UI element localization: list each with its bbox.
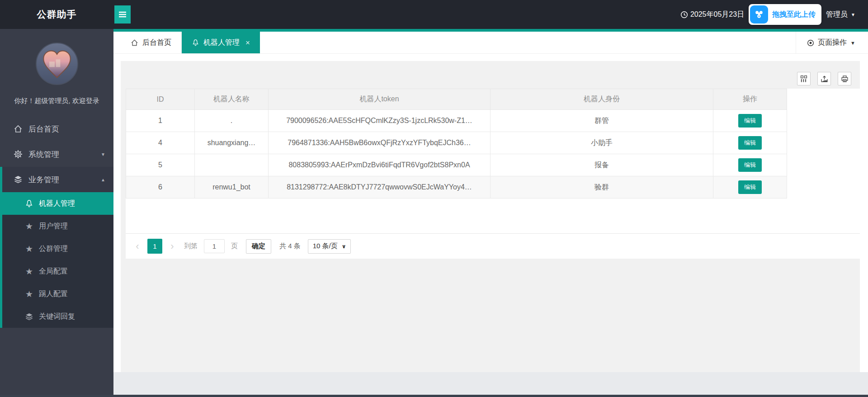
confirm-button[interactable]: 确定 bbox=[246, 239, 271, 254]
cell-name: renwu1_bot bbox=[195, 176, 269, 198]
sidebar-item-keyword-reply[interactable]: 关键词回复 bbox=[2, 305, 113, 328]
sidebar-item-label: 机器人管理 bbox=[39, 199, 75, 208]
cell-identity: 验群 bbox=[491, 176, 713, 198]
cell-id: 4 bbox=[126, 132, 195, 154]
column-header-identity: 机器人身份 bbox=[491, 89, 713, 110]
bell-icon bbox=[192, 39, 199, 47]
drag-upload-overlay[interactable]: 拖拽至此上传 bbox=[749, 4, 821, 25]
sidebar-item-label: 后台首页 bbox=[28, 124, 59, 134]
page-size-value: 10 条/页 bbox=[313, 242, 338, 250]
tab-home[interactable]: 后台首页 bbox=[121, 32, 182, 53]
user-menu[interactable]: 管理员 ▼ bbox=[826, 10, 855, 19]
page-actions-label: 页面操作 bbox=[818, 38, 847, 47]
hamburger-icon bbox=[118, 11, 127, 18]
star-icon: ★ bbox=[25, 289, 33, 299]
main-content: 后台首页 机器人管理 × 页面操作 ▼ bbox=[113, 29, 868, 395]
column-header-token: 机器人token bbox=[269, 89, 491, 110]
edit-button[interactable]: 编辑 bbox=[738, 114, 762, 128]
chevron-down-icon: ▼ bbox=[851, 12, 855, 17]
date-display: 2025年05月23日 bbox=[680, 10, 744, 19]
next-page-icon[interactable]: › bbox=[167, 241, 178, 251]
export-button[interactable] bbox=[817, 72, 831, 85]
sidebar-item-global-config[interactable]: ★ 全局配置 bbox=[2, 260, 113, 283]
star-icon: ★ bbox=[25, 221, 33, 232]
close-icon[interactable]: × bbox=[245, 39, 250, 47]
chevron-down-icon: ▼ bbox=[101, 152, 105, 157]
netdisk-icon bbox=[750, 5, 768, 24]
table-row: 1 . 7900096526:AAE5ScHFQCmlKZzy3S-1jzcLR… bbox=[126, 110, 787, 132]
table-card: ID 机器人名称 机器人token 机器人身份 操作 1 . 790009652… bbox=[126, 89, 860, 259]
cell-token: 7900096526:AAE5ScHFQCmlKZzy3S-1jzcLRk530… bbox=[269, 110, 491, 132]
column-header-name: 机器人名称 bbox=[195, 89, 269, 110]
tab-robot-management[interactable]: 机器人管理 × bbox=[182, 32, 260, 53]
sidebar-item-label: 系统管理 bbox=[28, 149, 59, 160]
table-header-row: ID 机器人名称 机器人token 机器人身份 操作 bbox=[126, 89, 787, 110]
cell-name bbox=[195, 154, 269, 176]
topbar-right: 2025年05月23日 拖拽至此上传 管理员 ▼ bbox=[680, 0, 855, 29]
sidebar-item-label: 关键词回复 bbox=[39, 312, 75, 321]
star-icon: ★ bbox=[25, 266, 33, 277]
print-button[interactable] bbox=[838, 72, 851, 85]
goto-page-input[interactable] bbox=[204, 239, 225, 253]
cell-token: 7964871336:AAH5BwB6owxQFjRzYxzYFTybqEJCh… bbox=[269, 132, 491, 154]
bottom-band bbox=[113, 372, 868, 395]
column-header-id: ID bbox=[126, 89, 195, 110]
sidebar-item-label: 用户管理 bbox=[39, 222, 68, 231]
sidebar-item-robot-management[interactable]: 机器人管理 bbox=[0, 192, 113, 215]
goto-label: 到第 bbox=[184, 242, 198, 250]
table-row: 4 shuangxiang… 7964871336:AAH5BwB6owxQFj… bbox=[126, 132, 787, 154]
table-toolbar bbox=[121, 61, 860, 89]
drag-upload-label: 拖拽至此上传 bbox=[768, 10, 820, 19]
cell-identity: 报备 bbox=[491, 154, 713, 176]
tab-label: 机器人管理 bbox=[203, 38, 240, 47]
sidebar-item-label: 业务管理 bbox=[28, 175, 59, 185]
tab-label: 后台首页 bbox=[142, 38, 171, 47]
edit-button[interactable]: 编辑 bbox=[738, 158, 762, 172]
sidebar-item-home[interactable]: 后台首页 bbox=[0, 116, 113, 142]
sidebar-item-user-management[interactable]: ★ 用户管理 bbox=[2, 215, 113, 237]
cell-id: 6 bbox=[126, 176, 195, 198]
cell-id: 1 bbox=[126, 110, 195, 132]
avatar bbox=[36, 43, 78, 85]
clock-icon bbox=[680, 11, 688, 19]
home-icon bbox=[131, 39, 138, 47]
sidebar: 你好！超级管理员, 欢迎登录 后台首页 系统管理 ▼ 业务管理 bbox=[0, 29, 113, 395]
cell-identity: 小助手 bbox=[491, 132, 713, 154]
sidebar-item-business[interactable]: 业务管理 ▲ bbox=[0, 167, 113, 192]
sidebar-subnav: 机器人管理 ★ 用户管理 ★ 公群管理 ★ 全局配置 ★ 踢人配置 bbox=[0, 192, 113, 328]
topbar: 公群助手 2025年05月23日 拖拽至此上传 管理员 ▼ bbox=[0, 0, 868, 29]
bell-icon bbox=[25, 199, 33, 208]
layers-icon bbox=[25, 312, 33, 321]
columns-filter-button[interactable] bbox=[797, 72, 811, 85]
user-name: 管理员 bbox=[826, 10, 848, 19]
bottom-scroll-strip[interactable] bbox=[0, 395, 868, 397]
app-title: 公群助手 bbox=[0, 8, 113, 21]
home-icon bbox=[14, 124, 23, 133]
cell-name: shuangxiang… bbox=[195, 132, 269, 154]
total-count-label: 共 4 条 bbox=[279, 242, 301, 250]
edit-button[interactable]: 编辑 bbox=[738, 180, 762, 194]
layers-icon bbox=[14, 175, 23, 184]
sidebar-item-group-management[interactable]: ★ 公群管理 bbox=[2, 237, 113, 260]
prev-page-icon[interactable]: ‹ bbox=[132, 241, 143, 251]
current-page-button[interactable]: 1 bbox=[147, 239, 162, 254]
avatar-box bbox=[0, 29, 113, 85]
menu-toggle-button[interactable] bbox=[114, 5, 131, 24]
content-panel: ID 机器人名称 机器人token 机器人身份 操作 1 . 790009652… bbox=[121, 61, 860, 372]
cell-token: 8131298772:AAE8kDTYJ7727qwwovwS0EJcWaYYo… bbox=[269, 176, 491, 198]
edit-button[interactable]: 编辑 bbox=[738, 136, 762, 150]
cell-name: . bbox=[195, 110, 269, 132]
cell-identity: 群管 bbox=[491, 110, 713, 132]
page: 公群助手 2025年05月23日 拖拽至此上传 管理员 ▼ bbox=[0, 0, 868, 397]
greeting-text: 你好！超级管理员, 欢迎登录 bbox=[0, 97, 113, 105]
pagination-bar: ‹ 1 › 到第 页 确定 共 4 条 10 条/页 ∨ bbox=[126, 233, 860, 259]
circle-dot-icon bbox=[807, 39, 814, 47]
sidebar-item-label: 踢人配置 bbox=[39, 289, 68, 299]
page-size-select[interactable]: 10 条/页 ∨ bbox=[308, 239, 351, 254]
sidebar-item-kick-config[interactable]: ★ 踢人配置 bbox=[2, 283, 113, 305]
page-actions-dropdown[interactable]: 页面操作 ▼ bbox=[796, 32, 868, 54]
chevron-down-icon: ▼ bbox=[850, 40, 855, 46]
sidebar-item-system[interactable]: 系统管理 ▼ bbox=[0, 142, 113, 167]
robots-table: ID 机器人名称 机器人token 机器人身份 操作 1 . 790009652… bbox=[126, 89, 787, 198]
sidebar-nav: 后台首页 系统管理 ▼ 业务管理 ▲ bbox=[0, 116, 113, 328]
